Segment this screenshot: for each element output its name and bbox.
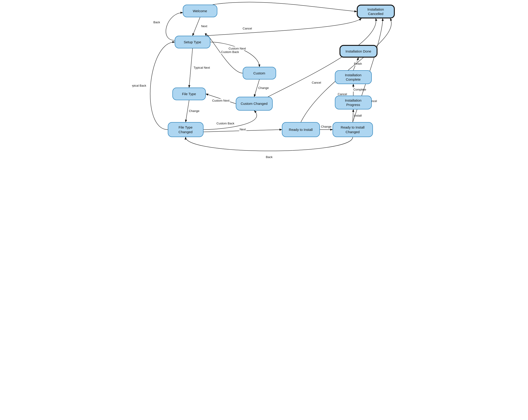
edge (213, 2, 357, 12)
edge-label: Back (153, 21, 160, 24)
node-setup_type: Setup Type (175, 36, 210, 48)
node-installation_complete: InstallationComplete (335, 70, 372, 84)
edge (204, 111, 257, 130)
node-ready_to_install_changed: Ready to InstallChanged (333, 122, 373, 137)
edge (206, 18, 361, 36)
edge (186, 137, 353, 151)
edge (189, 48, 192, 88)
edge-label: Custom Next (228, 47, 246, 50)
edge-label: Next (240, 128, 246, 131)
edge-label: Change (321, 125, 331, 128)
edge-label: Typical Next (194, 66, 210, 69)
node-installation_cancelled: InstallationCancelled (357, 5, 395, 18)
edge-label: Cancel (242, 27, 252, 30)
edge (210, 42, 260, 67)
edge-label: Change (258, 86, 269, 90)
node-file_type_changed: File TypeChanged (168, 122, 204, 137)
edge-label: Back (266, 155, 272, 159)
edge-label: Cancel (312, 81, 321, 84)
edge (192, 17, 200, 36)
node-file_type: File Type (172, 88, 206, 100)
edge-label: Custom Back (221, 50, 239, 54)
edge-label: Custom Next (212, 99, 229, 102)
node-custom_changed: Custom Changed (236, 97, 273, 111)
node-installation_done: Installation Done (339, 45, 377, 58)
edge (150, 42, 174, 130)
edge-label: Finish (354, 62, 362, 65)
edge-label: Next (201, 24, 207, 28)
edge-label: Typical Back (132, 84, 146, 87)
node-welcome: Welcome (183, 5, 217, 17)
node-custom: Custom (243, 67, 276, 80)
edge (268, 18, 376, 97)
diagram-container: NextBackCustom NextCustom BackChangeTypi… (132, 0, 396, 210)
edge-label: Change (189, 109, 199, 113)
edge-label: Custom Back (216, 122, 234, 125)
node-installation_progress: InstallationProgress (335, 96, 372, 109)
node-ready_to_install: Ready to Install (282, 122, 320, 137)
